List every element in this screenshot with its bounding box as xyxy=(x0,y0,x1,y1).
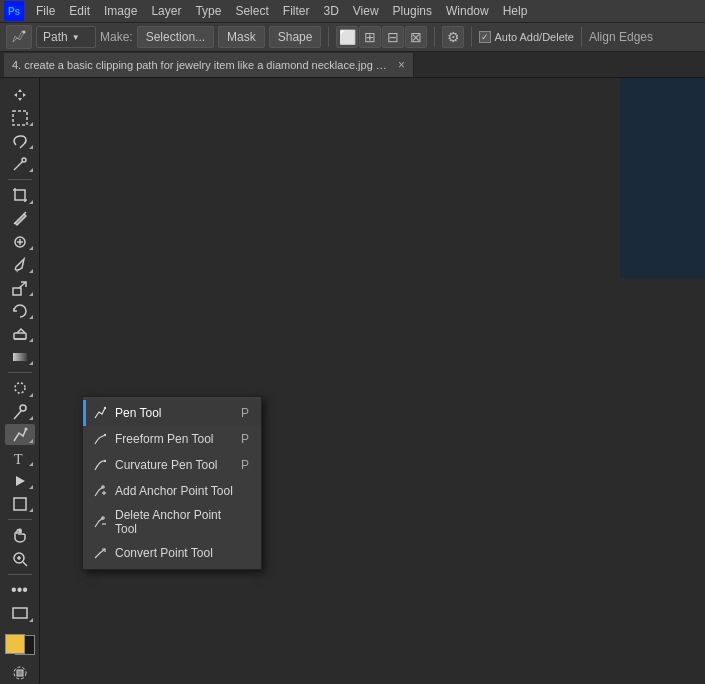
separator-2 xyxy=(434,27,435,47)
separator-4 xyxy=(581,27,582,47)
clone-tool[interactable] xyxy=(5,277,35,298)
ctx-convert-point-label: Convert Point Tool xyxy=(115,546,243,560)
separator-3 xyxy=(471,27,472,47)
magic-wand-tool[interactable] xyxy=(5,153,35,174)
svg-rect-24 xyxy=(17,670,23,676)
menu-window[interactable]: Window xyxy=(440,0,495,22)
dodge-tool[interactable] xyxy=(5,401,35,422)
tool-icon-display xyxy=(6,25,32,49)
svg-rect-9 xyxy=(14,333,26,339)
menu-plugins[interactable]: Plugins xyxy=(387,0,438,22)
app-logo: Ps xyxy=(4,1,24,21)
svg-rect-8 xyxy=(13,288,21,295)
svg-point-13 xyxy=(20,405,26,411)
toolbar-sep-2 xyxy=(8,372,32,373)
path-op-subtract[interactable]: ⊟ xyxy=(382,26,404,48)
ctx-freeform-pen-tool[interactable]: Freeform Pen Tool P xyxy=(83,426,261,452)
menu-type[interactable]: Type xyxy=(189,0,227,22)
foreground-color-swatch[interactable] xyxy=(5,634,25,654)
menu-help[interactable]: Help xyxy=(497,0,534,22)
shape-button[interactable]: Shape xyxy=(269,26,322,48)
svg-text:T: T xyxy=(14,452,23,467)
menu-3d[interactable]: 3D xyxy=(317,0,344,22)
zoom-tool[interactable] xyxy=(5,548,35,569)
svg-point-3 xyxy=(22,158,26,162)
mask-button[interactable]: Mask xyxy=(218,26,265,48)
svg-rect-17 xyxy=(14,498,26,510)
brush-tool[interactable] xyxy=(5,254,35,275)
healing-tool[interactable] xyxy=(5,231,35,252)
svg-point-26 xyxy=(104,434,106,436)
ctx-delete-anchor-label: Delete Anchor Point Tool xyxy=(115,508,243,536)
eraser-tool[interactable] xyxy=(5,323,35,344)
document-tab[interactable]: 4. create a basic clipping path for jewe… xyxy=(4,53,414,77)
path-op-new[interactable]: ⬜ xyxy=(336,26,358,48)
menu-file[interactable]: File xyxy=(30,0,61,22)
svg-line-14 xyxy=(14,411,21,419)
svg-rect-1 xyxy=(13,111,27,125)
ctx-delete-anchor-tool[interactable]: Delete Anchor Point Tool xyxy=(83,504,261,540)
tab-label: 4. create a basic clipping path for jewe… xyxy=(12,59,392,71)
left-toolbar: T ••• xyxy=(0,78,40,684)
svg-line-4 xyxy=(14,223,15,224)
tab-bar: 4. create a basic clipping path for jewe… xyxy=(0,52,705,78)
svg-rect-22 xyxy=(13,608,27,618)
history-brush-tool[interactable] xyxy=(5,300,35,321)
svg-line-2 xyxy=(14,161,23,170)
mode-dropdown[interactable]: Path ▼ xyxy=(36,26,96,48)
convert-point-icon xyxy=(91,544,109,562)
svg-line-19 xyxy=(23,562,27,566)
main-area: T ••• xyxy=(0,78,705,684)
ctx-freeform-shortcut: P xyxy=(241,432,249,446)
selection-button[interactable]: Selection... xyxy=(137,26,214,48)
screen-mode-switcher[interactable] xyxy=(5,603,35,624)
svg-point-27 xyxy=(104,460,106,462)
crop-tool[interactable] xyxy=(5,185,35,206)
ctx-curvature-shortcut: P xyxy=(241,458,249,472)
lasso-tool[interactable] xyxy=(5,130,35,151)
gradient-tool[interactable] xyxy=(5,346,35,367)
menu-edit[interactable]: Edit xyxy=(63,0,96,22)
text-tool[interactable]: T xyxy=(5,447,35,468)
menu-select[interactable]: Select xyxy=(229,0,274,22)
align-edges-label: Align Edges xyxy=(589,30,653,44)
toolbar-sep-4 xyxy=(8,574,32,575)
ctx-pen-tool[interactable]: Pen Tool P xyxy=(83,400,261,426)
pen-tool[interactable] xyxy=(5,424,35,445)
ctx-curvature-pen-tool[interactable]: Curvature Pen Tool P xyxy=(83,452,261,478)
hand-tool[interactable] xyxy=(5,525,35,546)
chevron-down-icon: ▼ xyxy=(72,33,80,42)
canvas-preview xyxy=(620,78,705,278)
extra-tools[interactable]: ••• xyxy=(5,580,35,601)
path-selection-tool[interactable] xyxy=(5,470,35,491)
svg-point-12 xyxy=(15,383,25,393)
toolbar-sep-1 xyxy=(8,179,32,180)
quick-mask-mode[interactable] xyxy=(5,663,35,684)
path-op-intersect[interactable]: ⊠ xyxy=(405,26,427,48)
menu-image[interactable]: Image xyxy=(98,0,143,22)
svg-point-0 xyxy=(23,31,26,34)
menu-filter[interactable]: Filter xyxy=(277,0,316,22)
blur-tool[interactable] xyxy=(5,378,35,399)
add-anchor-icon xyxy=(91,482,109,500)
delete-anchor-icon xyxy=(91,513,109,531)
path-op-combine[interactable]: ⊞ xyxy=(359,26,381,48)
ctx-freeform-label: Freeform Pen Tool xyxy=(115,432,235,446)
mode-dropdown-label: Path xyxy=(43,30,68,44)
tab-close-button[interactable]: × xyxy=(398,58,405,72)
auto-add-checkbox[interactable]: ✓ xyxy=(479,31,491,43)
ctx-add-anchor-tool[interactable]: Add Anchor Point Tool xyxy=(83,478,261,504)
marquee-tool[interactable] xyxy=(5,107,35,128)
ctx-add-anchor-label: Add Anchor Point Tool xyxy=(115,484,243,498)
pen-tool-context-menu: Pen Tool P Freeform Pen Tool P Curvature… xyxy=(82,396,262,570)
menu-layer[interactable]: Layer xyxy=(145,0,187,22)
eyedropper-tool[interactable] xyxy=(5,208,35,229)
menu-view[interactable]: View xyxy=(347,0,385,22)
canvas-area: Pen Tool P Freeform Pen Tool P Curvature… xyxy=(40,78,705,684)
separator xyxy=(328,27,329,47)
toolbar-sep-3 xyxy=(8,519,32,520)
shape-tool[interactable] xyxy=(5,493,35,514)
path-align-icon[interactable]: ⚙ xyxy=(442,26,464,48)
ctx-convert-point-tool[interactable]: Convert Point Tool xyxy=(83,540,261,566)
move-tool[interactable] xyxy=(5,84,35,105)
